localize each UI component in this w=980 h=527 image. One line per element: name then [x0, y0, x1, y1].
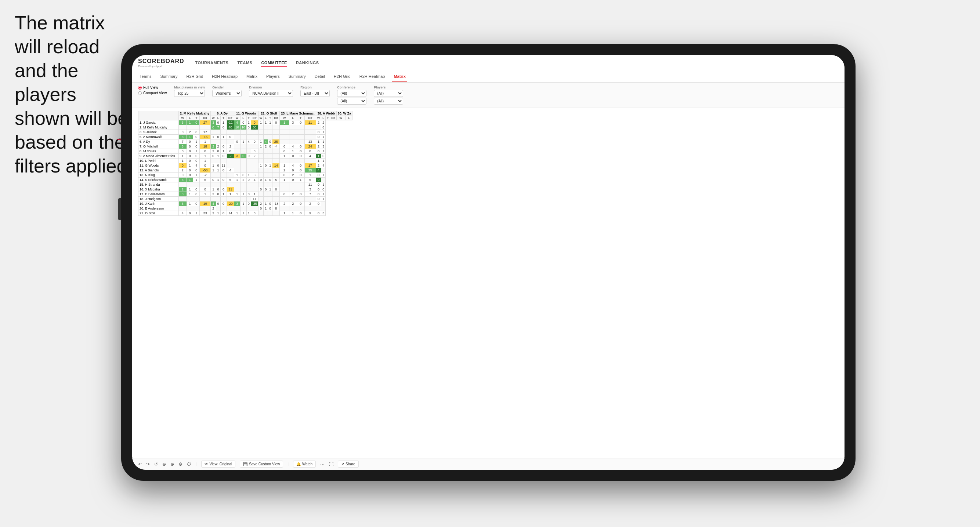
- cell: 1: [216, 178, 220, 183]
- table-row: 5. A Nomrowski 3 1 0 -15 1 0 1 0: [138, 135, 353, 140]
- cell: 0: [289, 154, 297, 159]
- filter-players-select2[interactable]: (All): [374, 98, 403, 105]
- cell: [268, 154, 272, 159]
- tab-summary2[interactable]: Summary: [287, 71, 307, 82]
- cell: 1: [258, 140, 264, 144]
- cell: 3: [251, 149, 258, 154]
- cell: 2: [179, 187, 187, 192]
- cell: [268, 135, 272, 140]
- cell: 1: [321, 159, 326, 163]
- tab-detail[interactable]: Detail: [313, 71, 326, 82]
- save-custom-button[interactable]: 💾 Save Custom View: [240, 460, 283, 468]
- tab-teams[interactable]: Teams: [138, 71, 153, 82]
- filter-conference-select2[interactable]: (All): [337, 98, 366, 105]
- cell: [264, 154, 268, 159]
- tab-matrix[interactable]: Matrix: [245, 71, 259, 82]
- filter-conference-select[interactable]: (All): [337, 90, 366, 97]
- cell: [247, 130, 251, 135]
- nav-rankings[interactable]: RANKINGS: [296, 59, 319, 67]
- cell: [179, 183, 187, 187]
- cell: 3: [234, 154, 240, 159]
- nav-committee[interactable]: COMMITTEE: [261, 59, 287, 67]
- cell: [220, 183, 227, 187]
- cell: [179, 125, 187, 130]
- sub-l-5: L: [289, 116, 297, 121]
- tab-matrix2[interactable]: Matrix: [392, 71, 407, 82]
- redo-icon[interactable]: ↷: [146, 462, 150, 467]
- undo-icon[interactable]: ↶: [138, 462, 142, 467]
- row-player-name: 16. X Mcgaha: [138, 187, 179, 192]
- expand-icon[interactable]: ⛶: [329, 462, 333, 467]
- player-col-header: [138, 111, 179, 121]
- cell: [234, 149, 240, 154]
- cell: 0: [220, 144, 227, 149]
- filter-max-players-select[interactable]: Top 25 Top 10 Top 50: [174, 90, 205, 97]
- cell: [280, 187, 289, 192]
- options-icon[interactable]: ⋯: [320, 462, 325, 467]
- filter-region-select[interactable]: East - DII West - DII South - DII: [300, 90, 330, 97]
- settings-icon[interactable]: ⚙: [178, 462, 183, 467]
- cell: 2: [211, 144, 216, 149]
- cell: 1: [186, 135, 193, 140]
- refresh-icon[interactable]: ↺: [154, 462, 158, 467]
- cell: [289, 130, 297, 135]
- cell: 0: [220, 202, 227, 206]
- tab-h2h-grid[interactable]: H2H Grid: [185, 71, 205, 82]
- watch-button[interactable]: 🔔 Watch: [293, 460, 316, 468]
- matrix-area[interactable]: 2. M Kelly Mulcahy 6. A Dy 11. G Woods 2…: [132, 108, 845, 458]
- table-row: 13. N Klug 0 0 1 -2 1 0 1 3: [138, 173, 353, 178]
- radio-compact-view[interactable]: Compact View: [138, 91, 167, 95]
- clock-icon[interactable]: ⏱: [187, 462, 191, 467]
- tab-players[interactable]: Players: [265, 71, 281, 82]
- cell: 4: [247, 140, 251, 144]
- cell: [251, 135, 258, 140]
- cell: [216, 197, 220, 202]
- tab-h2h-heatmap2[interactable]: H2H Heatmap: [358, 71, 387, 82]
- sub-dif-6: Dif: [330, 116, 337, 121]
- filter-players-select[interactable]: (All): [374, 90, 403, 97]
- cell: 0: [316, 197, 321, 202]
- radio-full-view[interactable]: Full View: [138, 86, 167, 90]
- cell: 2: [240, 178, 247, 183]
- cell: [234, 163, 240, 168]
- cell: 6: [200, 178, 211, 183]
- zoom-in-icon[interactable]: ⊕: [170, 462, 174, 467]
- cell: 1: [321, 130, 326, 135]
- cell: [240, 183, 247, 187]
- tab-h2h-grid2[interactable]: H2H Grid: [332, 71, 352, 82]
- cell: 11: [227, 187, 234, 192]
- cell: [258, 130, 264, 135]
- cell: 1: [297, 178, 304, 183]
- cell: 0: [220, 211, 227, 216]
- cell: 0: [247, 202, 251, 206]
- cell: 1: [211, 135, 216, 140]
- cell: 0: [316, 202, 321, 206]
- filter-division-select[interactable]: NCAA Division II NCAA Division I NCAA Di…: [249, 90, 293, 97]
- share-button[interactable]: ↗ Share: [338, 460, 359, 468]
- cell: 0: [211, 154, 216, 159]
- cell: 0: [216, 135, 220, 140]
- filter-gender-select[interactable]: Women's Men's: [212, 90, 242, 97]
- radio-full-view-label: Full View: [143, 86, 158, 90]
- zoom-out-icon[interactable]: ⊖: [162, 462, 166, 467]
- cell: 1: [216, 168, 220, 173]
- cell: [272, 192, 280, 197]
- cell: 0: [179, 130, 187, 135]
- cell: 9: [304, 211, 316, 216]
- nav-tournaments[interactable]: TOURNAMENTS: [195, 59, 229, 67]
- cell: 2: [211, 206, 216, 211]
- cell: 1: [321, 183, 326, 187]
- matrix-table: 2. M Kelly Mulcahy 6. A Dy 11. G Woods 2…: [138, 111, 353, 216]
- cell: [234, 183, 240, 187]
- nav-teams[interactable]: TEAMS: [237, 59, 252, 67]
- cell: [264, 125, 268, 130]
- view-original-button[interactable]: 👁 View: Original: [201, 460, 236, 468]
- tab-summary[interactable]: Summary: [159, 71, 179, 82]
- cell: 2: [280, 202, 289, 206]
- cell: 0: [227, 135, 234, 140]
- cell: [258, 183, 264, 187]
- cell: [272, 135, 280, 140]
- tab-h2h-heatmap[interactable]: H2H Heatmap: [210, 71, 239, 82]
- cell: [321, 202, 326, 206]
- cell: 0: [227, 149, 234, 154]
